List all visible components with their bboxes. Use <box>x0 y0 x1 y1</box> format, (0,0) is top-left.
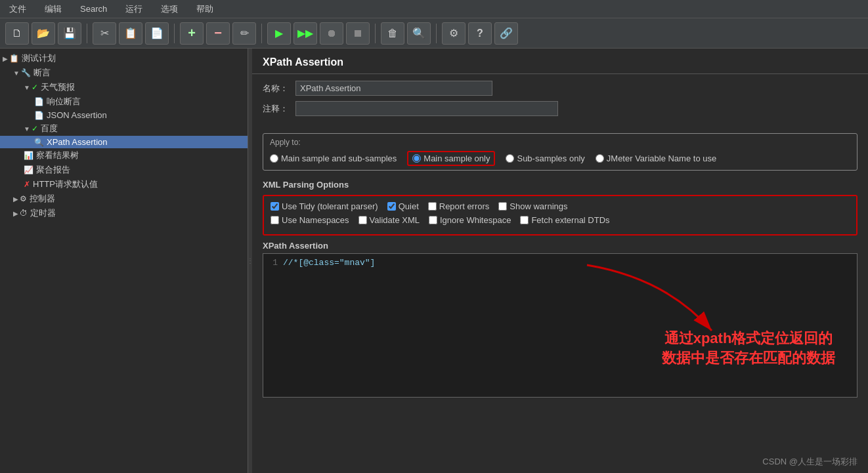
cb-show-warnings-input[interactable] <box>498 202 507 211</box>
sidebar-label-controller: 控制器 <box>30 193 55 205</box>
menu-file[interactable]: 文件 <box>5 2 30 16</box>
name-label: 名称： <box>263 83 295 94</box>
apply-to-section: Apply to: Main sample and sub-samples Ma… <box>263 133 857 171</box>
sidebar-item-http-defaults[interactable]: ✗ HTTP请求默认值 <box>0 177 248 192</box>
radio-main-sub[interactable]: Main sample and sub-samples <box>270 154 397 163</box>
xml-options-row2: Use Namespaces Validate XML Ignore White… <box>271 215 850 225</box>
cb-fetch-dtds-input[interactable] <box>520 216 529 224</box>
sidebar-item-timer[interactable]: ▶ ⏱ 定时器 <box>0 206 248 220</box>
sidebar-item-weather[interactable]: ▼ ✓ 天气预报 <box>0 80 248 94</box>
scissors-button[interactable]: ✂ <box>93 22 116 45</box>
remove-button[interactable]: − <box>206 22 230 45</box>
sidebar-item-controller[interactable]: ▶ ⚙ 控制器 <box>0 192 248 206</box>
radio-variable-label: JMeter Variable Name to use <box>607 154 716 163</box>
radio-variable-input[interactable] <box>596 154 604 163</box>
save-button[interactable]: 💾 <box>58 22 81 45</box>
remote-button[interactable]: 🔗 <box>494 22 518 45</box>
sidebar-item-aggregate[interactable]: 📈 聚合报告 <box>0 163 248 177</box>
sidebar-item-response-assertion[interactable]: 📄 响位断言 <box>0 94 248 109</box>
edit-button[interactable]: ✏ <box>232 22 256 45</box>
radio-sub-only-input[interactable] <box>506 154 514 163</box>
add-button[interactable]: + <box>180 22 204 45</box>
tree-arrow-timer: ▶ <box>13 210 18 217</box>
cb-namespaces[interactable]: Use Namespaces <box>271 215 349 225</box>
help-button[interactable]: ? <box>468 22 492 45</box>
sidebar-item-baidu[interactable]: ▼ ✓ 百度 <box>0 121 248 136</box>
controller-icon: ⚙ <box>20 194 27 203</box>
cb-use-tidy-input[interactable] <box>271 202 279 211</box>
cb-namespaces-input[interactable] <box>271 216 279 224</box>
settings-button[interactable]: ⚙ <box>442 22 466 45</box>
xml-parsing-title: XML Parsing Options <box>252 176 868 192</box>
sidebar-label-assertion: 断言 <box>33 67 51 79</box>
new-button[interactable]: 🗋 <box>5 22 29 45</box>
tree-arrow-baidu: ▼ <box>24 125 30 133</box>
radio-main-only-input[interactable] <box>412 154 421 163</box>
cb-quiet-input[interactable] <box>387 202 396 211</box>
run-all-button[interactable]: ▶▶ <box>293 22 317 45</box>
cb-use-tidy-label: Use Tidy (tolerant parser) <box>282 201 378 211</box>
cb-report-errors-input[interactable] <box>428 202 437 211</box>
sidebar-label-weather: 天气预报 <box>41 81 75 93</box>
paste-button[interactable]: 📄 <box>145 22 169 45</box>
cb-ignore-whitespace-input[interactable] <box>429 216 437 224</box>
radio-variable[interactable]: JMeter Variable Name to use <box>596 154 716 163</box>
apply-to-label: Apply to: <box>270 138 850 147</box>
sidebar-item-assertion-folder[interactable]: ▼ 🔧 断言 <box>0 66 248 80</box>
assertion-folder-icon: 🔧 <box>21 68 31 77</box>
cb-report-errors[interactable]: Report errors <box>428 201 490 211</box>
cb-fetch-dtds[interactable]: Fetch external DTDs <box>520 215 609 225</box>
tree-arrow: ▶ <box>3 55 8 62</box>
menu-run[interactable]: 运行 <box>121 2 146 16</box>
cb-validate-xml-label: Validate XML <box>370 215 420 225</box>
xpath-code[interactable]: //*[@class="mnav"] <box>283 258 853 393</box>
cb-quiet[interactable]: Quiet <box>387 201 419 211</box>
menubar: 文件 编辑 Search 运行 选项 帮助 <box>0 0 868 18</box>
toolbar-sep-4 <box>375 24 376 43</box>
name-input[interactable] <box>295 81 492 96</box>
menu-edit[interactable]: 编辑 <box>41 2 66 16</box>
radio-sub-only[interactable]: Sub-samples only <box>506 154 584 163</box>
radio-main-sub-input[interactable] <box>270 154 278 163</box>
view-results-icon: 📊 <box>24 151 33 160</box>
stop-button[interactable]: ⏺ <box>320 22 343 45</box>
toolbar-sep-3 <box>261 24 262 43</box>
radio-main-only[interactable]: Main sample only <box>407 151 495 166</box>
toolbar-sep-1 <box>87 24 87 43</box>
cb-ignore-whitespace[interactable]: Ignore Whitespace <box>429 215 511 225</box>
tree-arrow-assertion: ▼ <box>13 70 20 77</box>
xpath-editor[interactable]: 1 //*[@class="mnav"] <box>263 253 857 398</box>
sidebar-item-xpath-assertion[interactable]: 🔍 XPath Assertion <box>0 136 248 148</box>
sidebar-label-xpath-assertion: XPath Assertion <box>47 137 108 147</box>
comment-input[interactable] <box>295 101 558 116</box>
cb-use-tidy[interactable]: Use Tidy (tolerant parser) <box>271 201 378 211</box>
copy-button[interactable]: 📋 <box>119 22 142 45</box>
menu-search[interactable]: Search <box>76 3 111 15</box>
toolbar-sep-5 <box>436 24 437 43</box>
sidebar-label-view-results: 察看结果树 <box>36 150 79 161</box>
sidebar-label-testplan: 测试计划 <box>22 52 56 64</box>
json-assertion-icon: 📄 <box>34 111 44 120</box>
cb-validate-xml-input[interactable] <box>358 216 367 224</box>
open-button[interactable]: 📂 <box>32 22 55 45</box>
cb-validate-xml[interactable]: Validate XML <box>358 215 420 225</box>
radio-sub-only-label: Sub-samples only <box>517 154 584 163</box>
line-number-1: 1 <box>267 258 278 268</box>
xpath-section-title: XPath Assertion <box>263 241 857 251</box>
menu-help[interactable]: 帮助 <box>192 2 217 16</box>
comment-label: 注释： <box>263 103 295 115</box>
sidebar-item-json-assertion[interactable]: 📄 JSON Assertion <box>0 109 248 121</box>
view-button[interactable]: 🔍 <box>407 22 431 45</box>
cb-report-errors-label: Report errors <box>439 201 490 211</box>
tree-arrow-weather: ▼ <box>24 84 30 91</box>
menu-options[interactable]: 选项 <box>157 2 182 16</box>
xml-options-box: Use Tidy (tolerant parser) Quiet Report … <box>263 195 857 236</box>
cb-show-warnings[interactable]: Show warnings <box>498 201 567 211</box>
stop-all-button[interactable]: ⏹ <box>346 22 370 45</box>
clear-button[interactable]: 🗑 <box>381 22 404 45</box>
baidu-icon: ✓ <box>32 124 38 133</box>
cb-namespaces-label: Use Namespaces <box>282 215 349 225</box>
sidebar-item-testplan[interactable]: ▶ 📋 测试计划 <box>0 51 248 66</box>
run-button[interactable]: ▶ <box>267 22 291 45</box>
sidebar-item-view-results[interactable]: 📊 察看结果树 <box>0 148 248 163</box>
